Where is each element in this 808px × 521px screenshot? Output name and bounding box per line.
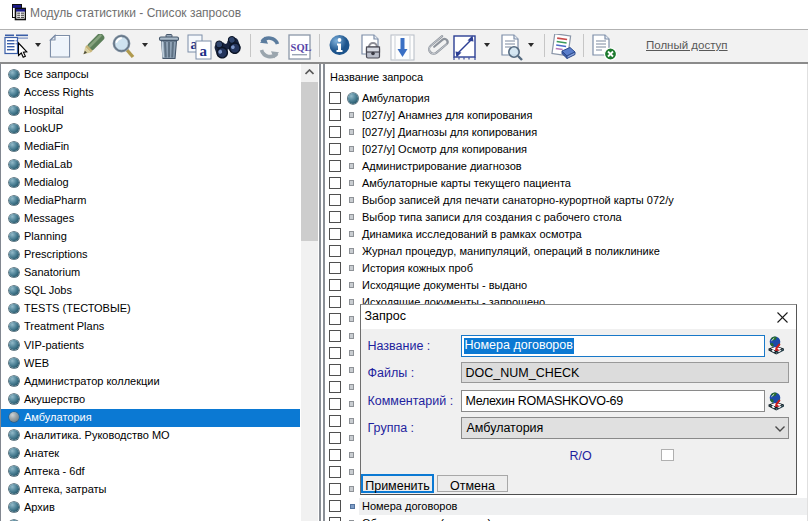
- svg-text:SQL: SQL: [291, 42, 312, 53]
- svg-text:a: a: [200, 43, 208, 59]
